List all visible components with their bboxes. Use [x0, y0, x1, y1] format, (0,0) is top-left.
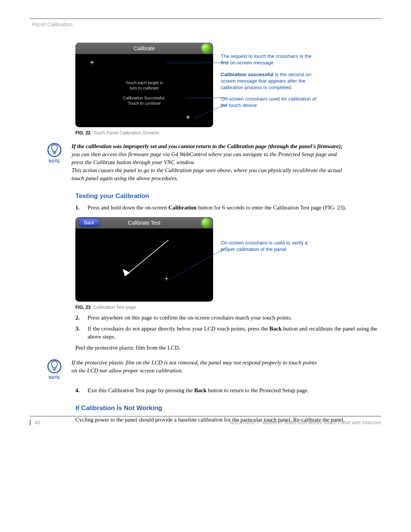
step-num: 4.: [75, 387, 84, 395]
note-2-text: If the protective plastic film on the LC…: [72, 359, 319, 380]
figure-23-caption: FIG. 23 Calibration Test page: [75, 305, 381, 310]
note-label: NOTE: [45, 159, 64, 163]
screen-titlebar: Back Calibrate Test: [75, 217, 213, 228]
step-text: button to return to the Protected Setup …: [207, 387, 309, 393]
svg-line-4: [125, 240, 169, 276]
step-bold: Back: [269, 326, 282, 332]
screen-titlebar: Calibrate: [75, 43, 213, 54]
note-block-2: NOTE If the protective plastic film on t…: [45, 359, 381, 380]
screen-instruction-2: Calibration Successful. Touch to continu…: [75, 95, 213, 106]
step-num: 2.: [75, 314, 84, 322]
note-label: NOTE: [45, 375, 64, 380]
calibrate-screen: Calibrate + + Touch each target in turn …: [75, 43, 213, 127]
step-list-3: 4. Exit this Calibration Test page by pr…: [75, 387, 381, 395]
note-1-line2: This action causes the panel to go to th…: [72, 167, 342, 181]
step-4: 4. Exit this Calibration Test page by pr…: [75, 387, 381, 395]
crosshair-icon: +: [164, 275, 169, 283]
note-block-1: NOTE If the calibration was improperly s…: [45, 142, 381, 182]
step-bold: Calibration: [168, 204, 196, 211]
figure-22-annotations: The request to touch the crosshairs is t…: [221, 43, 320, 114]
step-bold: Back: [194, 387, 207, 393]
calibrate-test-screen: Back Calibrate Test +: [75, 217, 213, 302]
screen-title: Calibrate Test: [128, 220, 160, 226]
back-button[interactable]: Back: [78, 218, 100, 227]
svg-point-3: [48, 144, 61, 157]
screen-title: Calibrate: [134, 45, 155, 51]
note-icon: NOTE: [45, 142, 64, 182]
fig-label: FIG. 23: [75, 305, 91, 310]
step-text: Press and hold down the on-screen: [88, 204, 168, 211]
page-footer: 40 NXD-700Vi 7" Modero® Wall/Flush Mount…: [30, 416, 381, 425]
step-num: 3.: [75, 325, 84, 341]
crosshair-icon: +: [90, 59, 94, 66]
note-1-text: If the calibration was improperly set an…: [72, 142, 349, 182]
annotation-3: On-screen crosshairs used for calibratio…: [221, 96, 320, 109]
top-rule: [30, 18, 381, 19]
step-list-2: 2. Press anywhere on this page to confir…: [75, 314, 381, 341]
figure-23-block: Back Calibrate Test + On-screen crosshai…: [75, 217, 381, 310]
annotation-2-bold: Calibration successful: [221, 72, 274, 77]
status-orb-icon: [202, 218, 211, 227]
note-1-bold: If the calibration was improperly set an…: [72, 143, 342, 149]
step-text: button for 6 seconds to enter the Calibr…: [197, 204, 346, 211]
svg-marker-5: [123, 269, 130, 276]
figure-22-caption: FIG. 22 Touch Panel Calibration Screens: [75, 130, 381, 136]
annotation-1: The request to touch the crosshairs is t…: [221, 53, 320, 66]
step-1: 1. Press and hold down the on-screen Cal…: [75, 204, 381, 212]
figure-23-annotation: On-screen crosshairs is used to verify a…: [221, 240, 312, 253]
annotation-2: Calibration successful is the second on-…: [221, 72, 320, 91]
section-header: Panel Calibration: [32, 21, 381, 27]
page-number: 40: [30, 420, 40, 425]
crosshair-icon: +: [186, 113, 190, 121]
status-orb-icon: [202, 44, 211, 53]
step-list-1: 1. Press and hold down the on-screen Cal…: [75, 204, 381, 212]
step-text: Press anywhere on this page to confirm t…: [88, 314, 292, 322]
back-button-label: Back: [84, 220, 94, 225]
heading-testing: Testing your Calibration: [75, 192, 381, 200]
fig-text: Touch Panel Calibration Screens: [93, 130, 159, 136]
step-2: 2. Press anywhere on this page to confir…: [75, 314, 381, 322]
fig-text: Calibration Test page: [93, 305, 136, 310]
step-text: If the crosshairs do not appear directly…: [88, 326, 269, 332]
step-num: 1.: [75, 204, 84, 212]
svg-point-7: [48, 360, 61, 373]
screen-instruction-1: Touch each target in turn to calibrate: [75, 80, 213, 91]
step-3: 3. If the crosshairs do not appear direc…: [75, 325, 381, 341]
figure-22-block: Calibrate + + Touch each target in turn …: [75, 43, 381, 136]
fig-label: FIG. 22: [75, 130, 91, 136]
product-name: NXD-700Vi 7" Modero® Wall/Flush Mount To…: [230, 420, 381, 425]
peel-text: Peel the protective plastic film from th…: [75, 344, 381, 352]
heading-not-working: If Calibration Is Not Working: [75, 404, 381, 412]
note-1-rest: you can then access this firmware page v…: [72, 151, 337, 165]
step-text: Exit this Calibration Test page by press…: [88, 387, 194, 393]
note-icon: NOTE: [45, 359, 64, 380]
